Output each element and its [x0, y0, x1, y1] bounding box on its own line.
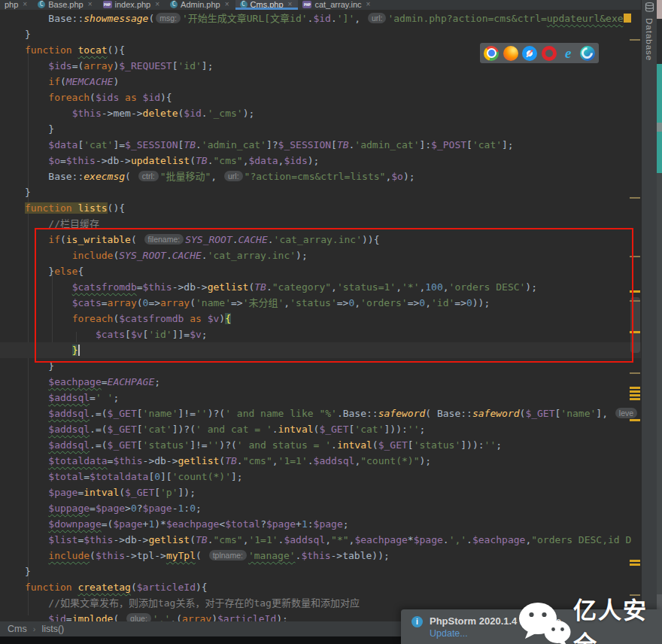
code-line[interactable]: $cats=array(0=>array('name'=>'未分组','stat…: [0, 295, 641, 311]
code-token: 'orders DESC': [449, 281, 526, 293]
safari-browser-icon[interactable]: [522, 46, 537, 61]
code-token: &exe: [600, 13, 623, 24]
close-tab-icon[interactable]: ×: [288, 0, 293, 8]
code-line[interactable]: $addsql.=($_GET['name']!='')?(' and name…: [0, 406, 641, 421]
update-link[interactable]: Update...: [430, 627, 561, 640]
close-tab-icon[interactable]: ×: [366, 0, 371, 8]
code-token: [25, 376, 48, 387]
code-line[interactable]: }: [0, 121, 641, 137]
code-line[interactable]: }: [0, 26, 641, 42]
chrome-browser-icon[interactable]: [484, 46, 499, 61]
code-token: foreach: [72, 313, 114, 324]
code-line[interactable]: $catsfromdb=$this->db->getlist(TB."categ…: [0, 279, 641, 295]
code-line[interactable]: $eachpage=EACHPAGE;: [0, 374, 641, 390]
editor-scrollbar-thumb[interactable]: [630, 297, 640, 353]
code-line[interactable]: $data['cat']=$_SESSION[TB.'admin_cat']?$…: [0, 137, 641, 153]
code-token: )*: [154, 518, 166, 530]
code-token: array: [84, 60, 113, 71]
close-tab-icon[interactable]: ×: [88, 0, 93, 8]
code-line[interactable]: if(MEMCACHE): [0, 74, 641, 90]
code-token: '1=1': [248, 534, 278, 545]
code-line[interactable]: $uppage=$page>0?$page-1:0;: [0, 500, 641, 516]
tab-php[interactable]: php×: [0, 0, 33, 10]
code-token: 'admin_cat': [202, 139, 266, 150]
code-line[interactable]: $addsql.=($_GET['cat'])?(' and cat = '.i…: [0, 421, 641, 437]
code-lines: Base::showmessage(msg:'开始生成文章URL[文章id'.$…: [0, 11, 641, 621]
code-token: );: [525, 281, 537, 293]
code-token: ][: [160, 471, 172, 482]
code-line[interactable]: $this->mem->delete($id.'_cms');: [0, 105, 641, 121]
code-line[interactable]: foreach($catsfromdb as $v){: [0, 311, 641, 327]
code-line[interactable]: Base::showmessage(msg:'开始生成文章URL[文章id'.$…: [0, 11, 641, 26]
code-token: $page: [96, 503, 125, 514]
close-tab-icon[interactable]: ×: [23, 0, 27, 8]
code-line[interactable]: }: [0, 184, 641, 200]
code-token: (: [372, 439, 378, 451]
code-token: $list: [48, 534, 77, 545]
code-token: .: [208, 155, 214, 166]
breadcrumb-class[interactable]: Cms: [8, 624, 27, 634]
firefox-browser-icon[interactable]: [503, 46, 518, 61]
code-token: [25, 471, 48, 482]
database-tool-button[interactable]: Database: [642, 0, 657, 61]
code-token: $this: [72, 108, 102, 119]
code-line[interactable]: //如果文章发布，则添加tag关系，对于存在的tag更新数量和添加对应: [0, 595, 641, 611]
edge-browser-icon[interactable]: [580, 46, 595, 61]
code-line[interactable]: $list=$this->db->getlist(TB."cms",'1=1'.…: [0, 532, 641, 548]
parameter-hint: url:: [224, 171, 243, 181]
code-line[interactable]: include($this->tpl->myTpl( tplname:'mana…: [0, 548, 641, 564]
code-token: $this: [96, 550, 125, 561]
code-line[interactable]: $addsql.=($_GET['status']!='')?(' and st…: [0, 437, 641, 453]
code-line[interactable]: Base::execmsg( ctrl:"批量移动", url:"?action…: [0, 169, 641, 184]
tab-cat_array-inc[interactable]: PHPcat_array.inc×: [298, 0, 376, 10]
tab-cms-php[interactable]: CCms.php×: [235, 0, 299, 10]
close-tab-icon[interactable]: ×: [155, 0, 159, 8]
code-token: ->db->: [143, 455, 178, 466]
code-token: [25, 408, 48, 419]
code-token: $_GET: [525, 408, 554, 419]
code-line[interactable]: }else{: [0, 263, 641, 279]
code-token: foreach: [48, 92, 90, 103]
code-line[interactable]: $page=intval($_GET['p']);: [0, 485, 641, 500]
code-token: ])):: [384, 424, 408, 435]
php-file-icon: PHP: [302, 1, 311, 8]
code-token: TB: [225, 455, 237, 466]
code-line[interactable]: function lists(){: [0, 200, 641, 216]
code-token: ' and name like "%': [225, 408, 337, 419]
tab-admin-php[interactable]: CAdmin.php×: [166, 0, 235, 10]
code-line[interactable]: //栏目缓存: [0, 216, 641, 232]
code-line[interactable]: $downpage=($page+1)*$eachpage<$total?$pa…: [0, 516, 641, 532]
ie-browser-icon[interactable]: e: [560, 46, 575, 61]
stripe-mark: [630, 394, 640, 396]
code-line[interactable]: function createtag($articleId){: [0, 579, 641, 595]
opera-browser-icon[interactable]: [542, 46, 557, 61]
code-line[interactable]: $addsql=' ';: [0, 390, 641, 406]
code-editor[interactable]: Base::showmessage(msg:'开始生成文章URL[文章id'.$…: [0, 10, 641, 621]
code-token: ;: [496, 439, 502, 451]
code-token: implode: [72, 613, 114, 621]
code-line[interactable]: $o=$this->db->updatelist(TB."cms",$data,…: [0, 153, 641, 169]
code-token: ){: [196, 582, 208, 593]
code-line[interactable]: foreach($ids as $id){: [0, 90, 641, 105]
code-token: 'name': [143, 408, 178, 419]
code-token: $page: [414, 534, 443, 545]
code-line[interactable]: include(SYS_ROOT.CACHE.'cat_array.inc');: [0, 248, 641, 263]
code-line[interactable]: $total=$totaldata[0]['count(*)'];: [0, 469, 641, 485]
code-line[interactable]: }: [0, 564, 641, 579]
close-tab-icon[interactable]: ×: [225, 0, 229, 8]
tab-index-php[interactable]: PHPindex.php×: [99, 0, 166, 10]
code-line[interactable]: $cats[$v['id']]=$v;: [0, 327, 641, 342]
breadcrumb-method[interactable]: lists(): [41, 624, 64, 634]
code-token: createtag: [77, 582, 130, 593]
code-line[interactable]: if(is_writable( filename:SYS_ROOT.CACHE.…: [0, 232, 641, 248]
code-line[interactable]: $totaldata=$this->db->getlist(TB."cms",'…: [0, 453, 641, 469]
code-token: ];: [502, 139, 514, 150]
update-notification[interactable]: i PhpStorm 2020.1.4 available Update...: [401, 609, 662, 644]
tab-base-php[interactable]: CBase.php×: [33, 0, 98, 10]
code-token: ;: [113, 392, 119, 403]
code-line[interactable]: }: [0, 358, 641, 374]
code-token: ->db->: [96, 155, 131, 166]
code-line[interactable]: }: [0, 342, 641, 358]
code-token: ,(: [170, 613, 182, 621]
code-token: .: [268, 234, 274, 245]
